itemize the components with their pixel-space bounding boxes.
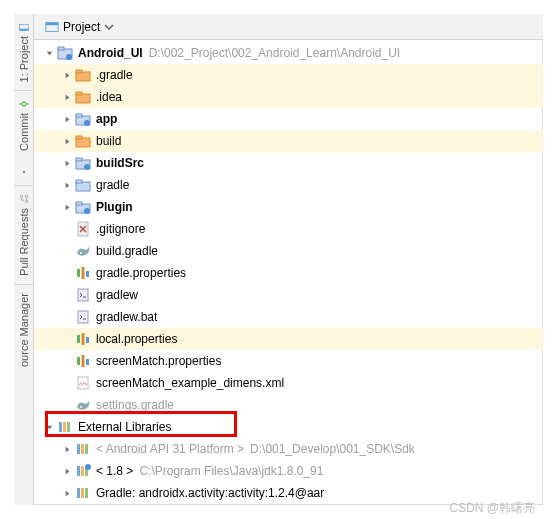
svg-rect-40 xyxy=(86,337,89,343)
svg-point-32 xyxy=(80,252,82,254)
script-icon xyxy=(74,309,92,325)
svg-rect-57 xyxy=(77,488,80,498)
chevron-right-icon[interactable] xyxy=(60,115,74,124)
svg-point-7 xyxy=(25,196,28,199)
svg-rect-47 xyxy=(59,422,62,432)
tool-tab-pull-requests[interactable]: Pull Requests xyxy=(18,186,30,284)
tree-item-path: D:\002_Project\002_Android_Learn\Android… xyxy=(149,46,401,60)
tree-item-label: settings.gradle xyxy=(96,398,174,412)
svg-rect-51 xyxy=(81,444,84,454)
tool-tab-label: ource Manager xyxy=(18,293,30,367)
svg-rect-39 xyxy=(82,333,85,345)
svg-point-56 xyxy=(85,464,91,470)
svg-rect-33 xyxy=(77,269,80,277)
tree-item-label: Plugin xyxy=(96,200,133,214)
svg-point-8 xyxy=(20,196,23,199)
tree-row[interactable]: build.gradle xyxy=(34,240,543,262)
svg-rect-19 xyxy=(76,114,82,117)
xml-icon: </> xyxy=(74,375,92,391)
tree-row[interactable]: gradlew.bat xyxy=(34,306,543,328)
svg-rect-35 xyxy=(86,271,89,277)
tree-item-label: app xyxy=(96,112,117,126)
tree-row[interactable]: settings.gradle xyxy=(34,394,543,416)
project-panel-header: Project xyxy=(34,14,543,40)
commit-icon xyxy=(19,99,29,109)
tree-item-label: local.properties xyxy=(96,332,177,346)
chevron-right-icon[interactable] xyxy=(60,181,74,190)
tool-tab-commit[interactable]: Commit xyxy=(18,91,30,159)
tree-item-label: gradlew xyxy=(96,288,138,302)
properties-icon xyxy=(74,353,92,369)
script-icon xyxy=(74,287,92,303)
chevron-right-icon[interactable] xyxy=(60,159,74,168)
tree-row[interactable]: local.properties xyxy=(34,328,543,350)
folder-icon xyxy=(74,177,92,193)
svg-rect-17 xyxy=(76,92,82,95)
tree-row[interactable]: < 1.8 >C:\Program Files\Java\jdk1.8.0_91 xyxy=(34,460,543,482)
tree-item-label: External Libraries xyxy=(78,420,171,434)
chevron-down-icon[interactable] xyxy=(42,423,56,432)
project-icon xyxy=(19,22,29,32)
tool-tab-label: 1: Project xyxy=(18,36,30,82)
chevron-right-icon[interactable] xyxy=(60,93,74,102)
view-mode-selector[interactable]: Project xyxy=(40,17,119,37)
tree-row[interactable]: app xyxy=(34,108,543,130)
library-gradle-icon xyxy=(74,485,92,501)
project-tree[interactable]: Android_UID:\002_Project\002_Android_Lea… xyxy=(34,40,543,505)
chevron-right-icon[interactable] xyxy=(60,137,74,146)
properties-icon xyxy=(74,331,92,347)
tool-tab-project[interactable]: 1: Project xyxy=(18,14,30,90)
folder-orange-icon xyxy=(74,133,92,149)
tool-window-strip: 1: Project Commit Pull Requests ource Ma… xyxy=(14,14,34,505)
tree-row[interactable]: Android_UID:\002_Project\002_Android_Lea… xyxy=(34,42,543,64)
chevron-right-icon[interactable] xyxy=(60,467,74,476)
tree-item-label: gradle.properties xyxy=(96,266,186,280)
tree-row[interactable]: .gradle xyxy=(34,64,543,86)
svg-point-2 xyxy=(22,103,26,107)
folder-orange-icon xyxy=(74,89,92,105)
svg-point-46 xyxy=(80,406,82,408)
folder-module-icon xyxy=(74,155,92,171)
tree-row[interactable]: .gitignore xyxy=(34,218,543,240)
tree-item-label: screenMatch_example_dimens.xml xyxy=(96,376,284,390)
chevron-right-icon[interactable] xyxy=(60,71,74,80)
tree-item-path: C:\Program Files\Java\jdk1.8.0_91 xyxy=(139,464,323,478)
dot-icon xyxy=(19,167,29,177)
svg-rect-12 xyxy=(58,47,64,50)
svg-rect-37 xyxy=(78,311,88,323)
tree-row[interactable]: gradlew xyxy=(34,284,543,306)
svg-rect-29 xyxy=(76,202,82,205)
chevron-right-icon[interactable] xyxy=(60,489,74,498)
svg-rect-41 xyxy=(77,357,80,365)
svg-rect-38 xyxy=(77,335,80,343)
svg-rect-48 xyxy=(63,422,66,432)
svg-rect-15 xyxy=(76,70,82,73)
tree-row[interactable]: </>screenMatch_example_dimens.xml xyxy=(34,372,543,394)
svg-rect-50 xyxy=(77,444,80,454)
module-icon xyxy=(56,45,74,61)
tree-row[interactable]: gradle.properties xyxy=(34,262,543,284)
tool-tab-label: Pull Requests xyxy=(18,208,30,276)
tree-row[interactable]: External Libraries xyxy=(34,416,543,438)
svg-rect-34 xyxy=(82,267,85,279)
svg-rect-54 xyxy=(81,466,84,476)
tree-item-label: build xyxy=(96,134,121,148)
folder-module-icon xyxy=(74,111,92,127)
tree-row[interactable]: < Android API 31 Platform >D:\001_Develo… xyxy=(34,438,543,460)
svg-rect-27 xyxy=(76,180,82,183)
chevron-down-icon[interactable] xyxy=(42,49,56,58)
chevron-right-icon[interactable] xyxy=(60,445,74,454)
svg-rect-10 xyxy=(46,22,58,25)
svg-rect-43 xyxy=(86,359,89,365)
tree-row[interactable]: buildSrc xyxy=(34,152,543,174)
tree-row[interactable]: screenMatch.properties xyxy=(34,350,543,372)
tree-row[interactable]: build xyxy=(34,130,543,152)
tree-row[interactable]: Plugin xyxy=(34,196,543,218)
tree-row[interactable]: .idea xyxy=(34,86,543,108)
chevron-right-icon[interactable] xyxy=(60,203,74,212)
tree-row[interactable]: gradle xyxy=(34,174,543,196)
svg-text:</>: </> xyxy=(79,381,88,387)
tree-item-label: .gradle xyxy=(96,68,133,82)
tool-tab-resource-manager[interactable]: ource Manager xyxy=(18,285,30,375)
svg-rect-22 xyxy=(76,136,82,139)
